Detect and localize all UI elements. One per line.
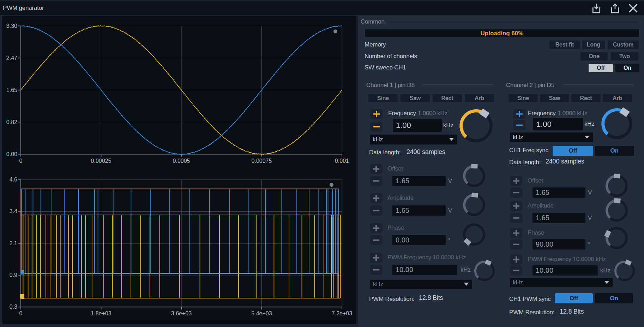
svg-text:3.30: 3.30 xyxy=(6,23,17,29)
svg-text:3.4: 3.4 xyxy=(10,208,17,214)
svg-text:0.9: 0.9 xyxy=(10,272,17,278)
svg-text:2.47: 2.47 xyxy=(6,55,17,61)
svg-text:5.4e+03: 5.4e+03 xyxy=(251,310,272,316)
svg-text:1.65: 1.65 xyxy=(6,87,17,93)
svg-text:0.001: 0.001 xyxy=(335,158,349,164)
svg-text:3.6e+03: 3.6e+03 xyxy=(171,310,192,316)
svg-text:-0.3: -0.3 xyxy=(7,304,17,310)
svg-text:0.0005: 0.0005 xyxy=(173,158,190,164)
svg-text:0.00: 0.00 xyxy=(6,151,17,157)
svg-text:0.00075: 0.00075 xyxy=(252,158,272,164)
svg-text:0: 0 xyxy=(19,158,23,164)
svg-text:0: 0 xyxy=(19,310,23,316)
svg-text:4.6: 4.6 xyxy=(10,177,17,183)
svg-text:0.00025: 0.00025 xyxy=(91,158,112,164)
svg-text:1.8e+03: 1.8e+03 xyxy=(91,310,111,316)
svg-text:2.1: 2.1 xyxy=(10,240,17,246)
svg-text:7.2e+03: 7.2e+03 xyxy=(332,310,352,316)
svg-text:0.82: 0.82 xyxy=(6,119,17,125)
